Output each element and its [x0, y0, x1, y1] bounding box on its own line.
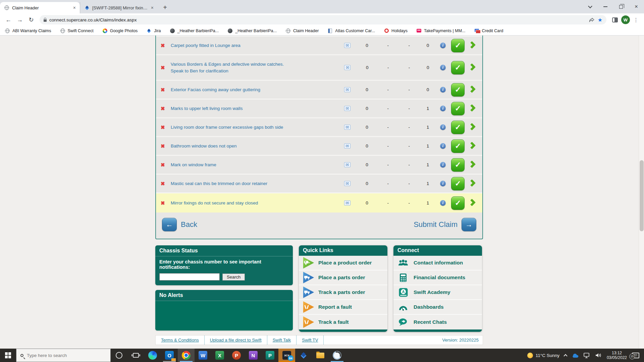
taskbar-excel[interactable]: X: [211, 349, 228, 362]
back-nav-icon[interactable]: ←: [3, 15, 13, 25]
page-scrollbar[interactable]: [639, 36, 644, 349]
claim-link[interactable]: Marks to upper left living room walls: [171, 105, 338, 112]
url-text[interactable]: connect.supercare.co.uk/Claims/index.asp…: [49, 17, 586, 22]
bookmark-atlas-customer-care[interactable]: Atlas Customer Car...: [327, 28, 375, 34]
claim-link[interactable]: Mirror fixings do not secure and stay cl…: [171, 200, 338, 206]
taskbar-outlook[interactable]: O: [161, 349, 178, 362]
bookmark-abi-warranty-claims[interactable]: ABI Warranty Claims: [5, 28, 51, 34]
footer-link-terms[interactable]: Terms & Conditions: [156, 336, 205, 345]
delete-claim-icon[interactable]: ✖: [161, 124, 171, 130]
weather-widget[interactable]: 11°C Sunny: [525, 349, 562, 362]
browser-menu-icon[interactable]: ⋮: [631, 17, 641, 23]
quick-link-place-product-order[interactable]: Place a product order: [299, 256, 387, 270]
taskbar-jira[interactable]: [295, 349, 312, 362]
taskbar-word[interactable]: W: [195, 349, 211, 362]
maximize-button[interactable]: [613, 0, 629, 13]
tab-search-icon[interactable]: [582, 0, 598, 13]
bookmark-star-icon[interactable]: ★: [598, 17, 602, 23]
open-claim-chevron-icon[interactable]: [468, 41, 476, 49]
profile-avatar[interactable]: W: [621, 15, 630, 24]
approve-check-button[interactable]: ✓: [451, 121, 465, 134]
taskbar-edge[interactable]: [144, 349, 161, 362]
delete-claim-icon[interactable]: ✖: [161, 162, 171, 168]
message-envelope-icon[interactable]: ✉: [344, 65, 351, 70]
bookmark-jira[interactable]: Jira: [146, 28, 161, 34]
open-claim-chevron-icon[interactable]: [468, 63, 476, 71]
info-icon[interactable]: i: [440, 143, 446, 149]
approve-check-button[interactable]: ✓: [451, 196, 465, 210]
info-icon[interactable]: i: [440, 106, 446, 111]
network-tray[interactable]: [581, 349, 593, 362]
cortana-button[interactable]: [111, 349, 127, 362]
submit-group[interactable]: Submit Claim →: [414, 218, 476, 231]
minimize-button[interactable]: [598, 0, 613, 13]
info-icon[interactable]: i: [440, 200, 446, 206]
open-claim-chevron-icon[interactable]: [468, 179, 476, 187]
tray-overflow-button[interactable]: [562, 349, 569, 362]
bookmark-heather-1[interactable]: _Heather BarbieriPa...: [170, 28, 219, 34]
approve-check-button[interactable]: ✓: [451, 177, 465, 190]
padlock-icon[interactable]: [44, 19, 47, 22]
message-envelope-icon[interactable]: ✉: [344, 106, 351, 111]
back-arrow-button[interactable]: ←: [162, 218, 177, 231]
info-icon[interactable]: i: [440, 43, 446, 48]
claim-link[interactable]: Various Borders & Edges and defective wi…: [171, 61, 291, 74]
back-group[interactable]: ← Back: [162, 218, 197, 231]
submit-claim-label[interactable]: Submit Claim: [414, 220, 458, 229]
bookmark-claim-header[interactable]: Claim Header: [285, 28, 319, 34]
info-icon[interactable]: i: [440, 162, 446, 168]
delete-claim-icon[interactable]: ✖: [161, 106, 171, 112]
approve-check-button[interactable]: ✓: [451, 61, 465, 74]
quick-link-track-parts-order[interactable]: Track a parts order: [299, 285, 387, 300]
side-panel-icon[interactable]: [610, 15, 620, 25]
taskbar-chrome[interactable]: [178, 349, 195, 362]
connect-financial-documents[interactable]: Financial documents: [393, 270, 482, 285]
approve-check-button[interactable]: ✓: [451, 102, 465, 115]
footer-link-swift-talk[interactable]: Swift Talk: [267, 336, 297, 345]
bookmark-holidays[interactable]: Holidays: [384, 28, 408, 34]
bookmark-heather-2[interactable]: _Heather BarbieriPa...: [227, 28, 277, 34]
bookmark-credit-card[interactable]: Credit Card: [474, 28, 503, 34]
info-icon[interactable]: i: [440, 124, 446, 130]
share-icon[interactable]: [589, 17, 595, 23]
address-bar[interactable]: connect.supercare.co.uk/Claims/index.asp…: [40, 15, 606, 24]
chassis-number-input[interactable]: [159, 273, 220, 281]
reload-icon[interactable]: ↻: [26, 15, 36, 25]
claim-link[interactable]: Mastic seal can this be trimmed on door …: [171, 180, 338, 187]
delete-claim-icon[interactable]: ✖: [161, 87, 171, 93]
taskbar-powerpoint[interactable]: P: [228, 349, 245, 362]
info-icon[interactable]: i: [440, 87, 446, 93]
quick-link-place-parts-order[interactable]: Place a parts order: [299, 270, 387, 285]
new-tab-button[interactable]: +: [160, 3, 170, 12]
message-envelope-icon[interactable]: ✉: [344, 43, 351, 48]
open-claim-chevron-icon[interactable]: [468, 199, 476, 206]
footer-link-upload[interactable]: Upload a file direct to Swift: [205, 336, 267, 345]
connect-contact-information[interactable]: Contact information: [393, 256, 482, 270]
bookmark-takepayments[interactable]: TakePayments | MM...: [416, 28, 465, 34]
claim-link[interactable]: Bathroom window does not open: [171, 143, 338, 149]
bookmark-swift-connect[interactable]: Swift Connect: [60, 28, 94, 34]
footer-link-swift-tv[interactable]: Swift TV: [297, 336, 324, 345]
connect-recent-chats[interactable]: Recent Chats: [393, 315, 482, 329]
action-center-button[interactable]: 15: [630, 349, 644, 362]
tab-close-icon[interactable]: ×: [72, 5, 76, 10]
open-claim-chevron-icon[interactable]: [468, 85, 476, 93]
connect-swift-academy[interactable]: A Swift Academy: [393, 285, 482, 300]
taskbar-circle-app[interactable]: [329, 349, 345, 362]
back-label[interactable]: Back: [181, 220, 197, 229]
chassis-search-button[interactable]: Search: [222, 274, 245, 281]
bookmark-google-photos[interactable]: Google Photos: [102, 28, 138, 34]
message-envelope-icon[interactable]: ✉: [344, 125, 351, 130]
approve-check-button[interactable]: ✓: [451, 158, 465, 172]
message-envelope-icon[interactable]: ✉: [344, 181, 351, 186]
message-envelope-icon[interactable]: ✉: [344, 200, 351, 205]
taskbar-onenote[interactable]: N: [245, 349, 262, 362]
open-claim-chevron-icon[interactable]: [468, 142, 476, 149]
open-claim-chevron-icon[interactable]: [468, 123, 476, 131]
open-claim-chevron-icon[interactable]: [468, 104, 476, 112]
taskbar-search[interactable]: [16, 349, 111, 362]
claim-link[interactable]: Living room door frame corner excessive …: [171, 124, 338, 131]
taskbar-3cx[interactable]: 3CX 84: [278, 349, 295, 362]
tab-close-icon[interactable]: ×: [150, 5, 154, 10]
taskbar-search-input[interactable]: [27, 353, 101, 358]
